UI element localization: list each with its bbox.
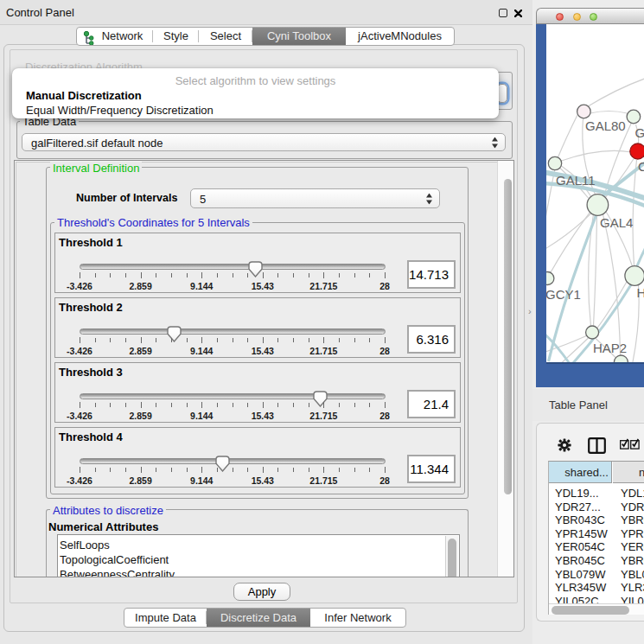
svg-text:GAL11: GAL11 xyxy=(556,173,596,188)
svg-text:HAP2: HAP2 xyxy=(593,341,627,355)
svg-text:GCY1: GCY1 xyxy=(546,287,581,302)
svg-text:HI: HI xyxy=(636,285,644,300)
svg-text:GAL4: GAL4 xyxy=(600,215,633,230)
svg-text:GAL80: GAL80 xyxy=(585,118,626,133)
svg-text:GAL: GAL xyxy=(634,125,644,140)
svg-text:CY: CY xyxy=(638,159,644,174)
